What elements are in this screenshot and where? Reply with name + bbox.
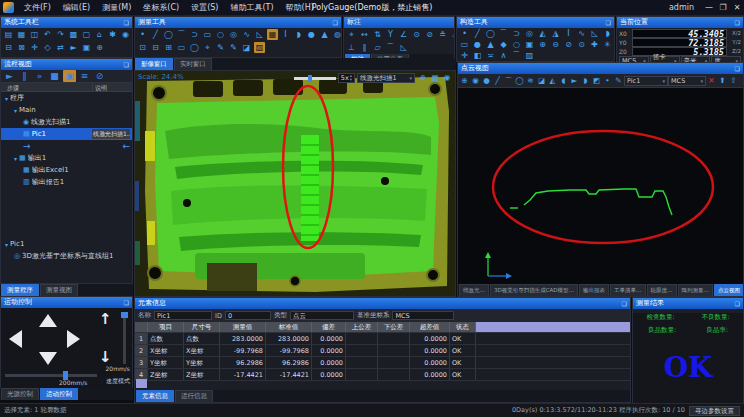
construct-circle-icon[interactable]: ◯ (485, 28, 496, 39)
construct-cone-icon[interactable]: ▲ (485, 39, 496, 50)
stop-icon[interactable]: ■ (48, 70, 61, 82)
prev-icon[interactable]: ◖ (559, 75, 569, 86)
pin-icon[interactable]: ❏ (124, 59, 129, 70)
edit-icon[interactable]: ✎ (614, 75, 624, 86)
arc-icon[interactable]: ⌒ (176, 29, 187, 40)
ring-icon[interactable]: ◎ (228, 29, 239, 40)
select-icon[interactable]: ◇ (42, 42, 53, 53)
perpendicularity-icon[interactable]: ⊥ (346, 42, 357, 53)
parallelism-icon[interactable]: ∥ (359, 42, 370, 53)
construct-curve-icon[interactable]: ⊃ (511, 28, 522, 39)
camera-icon[interactable]: ◉ (120, 29, 131, 40)
tab-5[interactable]: 阵列测量… (678, 284, 714, 296)
edge-params-button[interactable]: 寻边参数设置 (689, 406, 740, 416)
speed-slider-handle[interactable] (121, 312, 128, 318)
pin-icon[interactable]: ❏ (622, 298, 627, 309)
plane-icon[interactable]: ▦ (267, 29, 278, 40)
distance-h-icon[interactable]: ↔ (359, 29, 370, 40)
roundness-icon[interactable]: ≗ (437, 29, 448, 40)
home-icon[interactable]: ⌂ (94, 29, 105, 40)
next-icon[interactable]: ◗ (581, 75, 591, 86)
id-field[interactable]: 0 (225, 311, 271, 320)
roi-box-icon[interactable]: ⊡ (137, 42, 148, 53)
tab-1[interactable]: 实时窗口 (174, 58, 212, 70)
fit-line-icon[interactable]: ╱ (493, 75, 503, 86)
line-profile-icon[interactable]: ⌒ (385, 42, 396, 53)
circle-icon[interactable]: ◯ (163, 29, 174, 40)
construct-height-icon[interactable]: Ⅰ (563, 28, 574, 39)
tree-item[interactable]: ◎3D激光基于坐标系与直线组1 (1, 250, 132, 262)
construct-pattern-icon[interactable]: ✳ (602, 39, 613, 50)
height-icon[interactable]: Ⅰ (280, 29, 291, 40)
construct-project-icon[interactable]: ⊙ (576, 39, 587, 50)
fit-view-icon[interactable]: ⊕ (418, 73, 428, 83)
brightness-slider[interactable] (294, 77, 336, 80)
ellipse-icon[interactable]: ○ (215, 29, 226, 40)
point-icon[interactable]: • (137, 29, 148, 40)
move-icon[interactable]: ✛ (29, 42, 40, 53)
open-arc-icon[interactable]: ⊃ (189, 29, 200, 40)
jog-left-button[interactable] (9, 330, 22, 348)
tab-1[interactable]: 测量视图 (40, 284, 78, 296)
peak-icon[interactable]: ◭ (548, 75, 558, 86)
pin-icon[interactable]: ❏ (735, 63, 740, 74)
roi-circle-icon[interactable]: ◯ (189, 42, 200, 53)
save-icon[interactable]: ◫ (29, 29, 40, 40)
table-row[interactable]: 2X坐标X坐标-99.7968-99.79680.00000.0000OK (135, 345, 630, 357)
pin-icon[interactable]: ❏ (735, 17, 740, 28)
jog-speed-track[interactable] (5, 374, 97, 377)
angle-dim-icon[interactable]: ∠ (398, 29, 409, 40)
play-icon[interactable]: ► (570, 75, 580, 86)
distance-v-icon[interactable]: ⇅ (372, 29, 383, 40)
angle-icon[interactable]: ◺ (254, 29, 265, 40)
menu-measure[interactable]: 测量(M) (96, 0, 137, 16)
tab-0[interactable]: 测量程序 (1, 284, 39, 296)
grid-icon[interactable]: ▩ (68, 29, 79, 40)
cloud-source-select[interactable]: Pic1▾ (624, 76, 668, 86)
construct-offset-icon[interactable]: ✛ (459, 50, 470, 61)
z-up-button[interactable]: ↑ (99, 312, 112, 326)
curve-icon[interactable]: ∿ (241, 29, 252, 40)
tab-1[interactable]: 3D视觉引导扫描生成CAD模型… (490, 284, 578, 296)
mesh-icon[interactable]: ≋ (526, 75, 536, 86)
grid-view-icon[interactable]: ▦ (430, 73, 440, 83)
pin-icon[interactable]: ❏ (333, 17, 338, 28)
run-tool-icon[interactable]: ► (68, 42, 79, 53)
concentricity-icon[interactable]: ⊙ (411, 29, 422, 40)
construct-fill-icon[interactable]: ▨ (524, 50, 535, 61)
run-icon[interactable]: ► (3, 70, 16, 82)
menu-tools[interactable]: 辅助工具(T) (224, 0, 279, 16)
tree-item[interactable]: ▥输出报告1 (1, 176, 132, 188)
construct-bridge-icon[interactable]: ⌒ (511, 50, 522, 61)
roi-add-icon[interactable]: ⊞ (163, 42, 174, 53)
point-select-icon[interactable]: • (603, 75, 613, 86)
tab-2[interactable]: 输出报表 (579, 284, 609, 296)
close-window-icon[interactable]: ⊠ (16, 42, 27, 53)
construct-peak-icon[interactable]: ◭ (537, 28, 548, 39)
table-row[interactable]: 4Z坐标Z坐标-17.4421-17.44210.00000.0000OK (135, 369, 630, 381)
list-icon[interactable]: ≡ (78, 70, 91, 82)
tree-item[interactable]: ▤Pic1线激光扫描1… (1, 128, 132, 140)
tab-0[interactable]: 光源控制 (1, 388, 39, 400)
rectangle-icon[interactable]: ▭ (202, 29, 213, 40)
tab-6[interactable]: 点云视图 (714, 284, 743, 296)
pin-icon[interactable]: ❏ (606, 17, 611, 28)
expander-icon[interactable]: ▾ (14, 107, 17, 114)
expander-icon[interactable]: ▾ (14, 155, 17, 162)
construct-half-icon[interactable]: ◧ (472, 50, 483, 61)
tree-item[interactable]: ◉线激光扫描1 (1, 116, 132, 128)
construct-add-icon[interactable]: ✚ (589, 39, 600, 50)
table-row[interactable]: 1点数点数283.0000283.00000.00000.0000OK (135, 333, 630, 345)
table-row[interactable]: 3Y坐标Y坐标96.298696.29860.00000.0000OK (135, 357, 630, 369)
pin-icon[interactable]: ❏ (124, 17, 129, 28)
undo-icon[interactable]: ↶ (42, 29, 53, 40)
datum-icon[interactable]: ⌖ (346, 29, 357, 40)
tab-1[interactable]: 运动控制 (40, 388, 78, 400)
construct-plane-icon[interactable]: ▣ (524, 39, 535, 50)
construct-middle-icon[interactable]: ≍ (485, 50, 496, 61)
crop-icon[interactable]: ◪ (537, 75, 547, 86)
lock-icon[interactable]: ▣ (63, 70, 76, 82)
cloud-frame-select[interactable]: MCS▾ (668, 76, 706, 86)
construct-diamond-icon[interactable]: ◆ (498, 39, 509, 50)
tree-item[interactable]: ▦输出Excel1 (1, 164, 132, 176)
